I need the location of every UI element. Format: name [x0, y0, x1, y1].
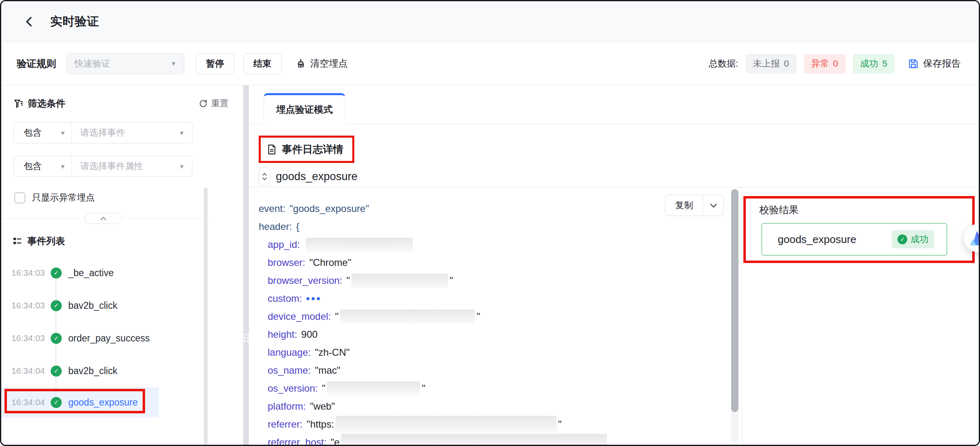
clear-events-label: 清空埋点 [310, 57, 348, 70]
clear-events-button[interactable]: 清空埋点 [295, 57, 348, 70]
main-content: 埋点验证模式 事件日志详情 goods_exposure event"goods… [249, 85, 979, 445]
copy-button[interactable]: 复制 [665, 195, 703, 216]
event-name: bav2b_click [68, 366, 117, 377]
log-scrollbar[interactable] [731, 189, 738, 443]
collapsed-object-dots[interactable]: ••• [306, 293, 322, 305]
redacted-value [327, 381, 420, 396]
annotation-box-log-title: 事件日志详情 [259, 136, 354, 163]
event-list: 16:34:03 ✓ _be_active 16:34:03 ✓ bav2b_c… [1, 256, 208, 417]
event-list-scrollbar[interactable] [204, 187, 208, 445]
redacted-value [341, 434, 607, 445]
event-name: order_pay_success [68, 333, 150, 344]
event-row[interactable]: 16:34:03 ✓ order_pay_success [1, 322, 208, 355]
event-row[interactable]: 16:34:04 ✓ bav2b_click [1, 355, 208, 387]
page-title: 实时验证 [50, 13, 99, 30]
tab-bar: 埋点验证模式 [249, 85, 979, 124]
reset-label: 重置 [211, 98, 228, 109]
log-detail-title: 事件日志详情 [282, 143, 343, 156]
copy-split-button: 复制 [665, 195, 724, 216]
not-reported-badge: 未上报0 [745, 54, 796, 74]
event-row-selected[interactable]: 16:34:04 ✓ goods_exposure [1, 387, 159, 417]
log-line: app_id [259, 236, 742, 254]
caret-down-icon: ▼ [170, 60, 177, 67]
validation-toolbar: 验证规则 快速验证 ▼ 暂停 结束 清空埋点 总数据: 未上报0 异常0 成功5 [1, 42, 979, 85]
operator-select[interactable]: 包含 ▼ [14, 156, 72, 176]
refresh-icon [199, 99, 208, 108]
pause-button[interactable]: 暂停 [196, 53, 234, 74]
only-abnormal-row: 只显示异常埋点 [14, 192, 95, 204]
broom-icon [295, 58, 306, 69]
event-filter-row: 包含 ▼ 请选择事件 ▼ [13, 122, 192, 143]
result-title: 校验结果 [759, 203, 972, 216]
event-select[interactable]: 请选择事件 ▼ [72, 123, 192, 143]
filter-divider [1, 218, 212, 219]
property-select[interactable]: 请选择事件属性 ▼ [72, 156, 192, 176]
caret-down-icon: ▼ [60, 130, 66, 136]
event-time: 16:34:03 [11, 301, 47, 310]
chevron-left-icon [23, 16, 36, 28]
only-abnormal-label: 只显示异常埋点 [32, 192, 95, 204]
annotation-box-result: 校验结果 goods_exposure ✓ 成功 [743, 196, 975, 263]
event-time: 16:34:04 [11, 366, 47, 376]
log-line: referrer"https:" [259, 415, 742, 433]
error-badge: 异常0 [804, 54, 846, 74]
check-circle-icon: ✓ [897, 234, 907, 244]
result-card[interactable]: goods_exposure ✓ 成功 [761, 223, 947, 256]
drag-dots-icon [244, 334, 249, 342]
log-line: referrer_host"e [259, 433, 742, 445]
assistant-logo-icon [969, 230, 980, 247]
panel-resize-handle[interactable] [243, 85, 249, 445]
selected-event-name: goods_exposure [276, 170, 358, 183]
event-list-title: 事件列表 [27, 235, 65, 248]
event-selector: goods_exposure [259, 167, 358, 186]
total-label: 总数据: [709, 58, 738, 70]
operator-select[interactable]: 包含 ▼ [14, 123, 72, 143]
log-line: os_version"" [259, 379, 742, 397]
event-time: 16:34:03 [11, 333, 47, 343]
reset-filters-button[interactable]: 重置 [199, 98, 228, 109]
check-circle-icon: ✓ [51, 268, 62, 279]
caret-down-icon: ▼ [60, 163, 66, 169]
event-name: goods_exposure [68, 397, 138, 408]
event-row[interactable]: 16:34:03 ✓ _be_active [1, 256, 208, 289]
event-row[interactable]: 16:34:03 ✓ bav2b_click [1, 289, 208, 322]
redacted-value [351, 274, 448, 288]
log-line: platform"web" [259, 397, 742, 415]
check-circle-icon: ✓ [51, 300, 62, 311]
success-status-badge: ✓ 成功 [892, 230, 934, 248]
log-body: event"goods_exposure" header{ app_id bro… [249, 187, 979, 445]
validation-result-panel: 校验结果 goods_exposure ✓ 成功 [742, 187, 979, 445]
document-icon [266, 144, 277, 155]
back-button[interactable] [22, 15, 36, 29]
rule-select[interactable]: 快速验证 ▼ [67, 53, 184, 74]
chevron-down-icon [262, 177, 267, 181]
status-label: 成功 [911, 233, 929, 245]
only-abnormal-checkbox[interactable] [14, 192, 25, 203]
log-line: browser"Chrome" [259, 254, 742, 272]
stop-button[interactable]: 结束 [243, 53, 282, 74]
event-list-header: 事件列表 [12, 235, 65, 248]
filter-sidebar: 筛选条件 重置 包含 ▼ 请选择事件 ▼ 包含 ▼ [1, 85, 243, 445]
log-scrollbar-thumb[interactable] [731, 189, 738, 412]
redacted-value [336, 416, 557, 433]
log-line: header{ [259, 218, 742, 236]
copy-dropdown-button[interactable] [703, 195, 723, 216]
event-stepper[interactable] [259, 167, 270, 186]
redacted-value [340, 310, 475, 324]
tab-validation-mode[interactable]: 埋点验证模式 [264, 93, 345, 124]
log-line: os_name"mac" [259, 361, 742, 379]
log-line: browser_version"" [259, 272, 742, 290]
save-report-button[interactable]: 保存报告 [908, 57, 961, 70]
property-select-placeholder: 请选择事件属性 [80, 160, 143, 172]
list-icon [12, 236, 22, 246]
save-icon [908, 58, 919, 69]
check-circle-icon: ✓ [51, 333, 62, 344]
event-name: bav2b_click [68, 300, 117, 311]
collapse-filters-button[interactable] [85, 213, 122, 224]
summary-cluster: 总数据: 未上报0 异常0 成功5 保存报告 [709, 54, 961, 74]
check-circle-icon: ✓ [51, 366, 62, 377]
log-line: device_model"" [259, 308, 742, 326]
rule-label: 验证规则 [17, 57, 56, 70]
filter-header: 筛选条件 重置 [13, 95, 228, 112]
chevron-up-icon [100, 216, 107, 221]
